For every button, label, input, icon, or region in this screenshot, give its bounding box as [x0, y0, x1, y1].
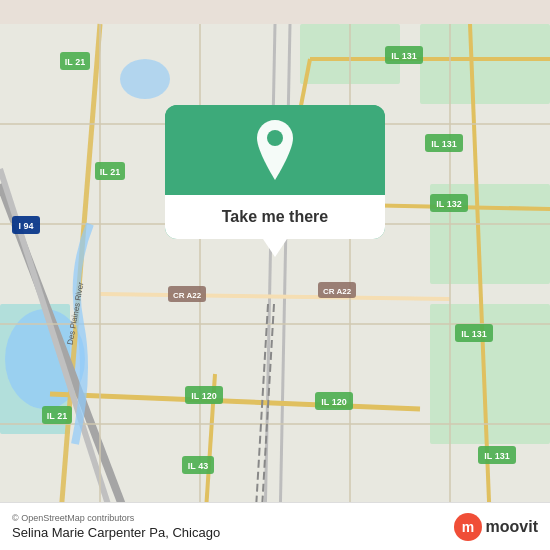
popup-icon-area [165, 105, 385, 195]
map-container: IL 21 IL 21 IL 21 IL 131 IL 131 IL 131 I… [0, 0, 550, 550]
moovit-brand-text: moovit [486, 518, 538, 536]
svg-text:IL 43: IL 43 [188, 461, 208, 471]
svg-text:IL 21: IL 21 [47, 411, 67, 421]
svg-text:IL 131: IL 131 [484, 451, 509, 461]
osm-attribution: © OpenStreetMap contributors [12, 513, 220, 523]
moovit-logo[interactable]: m moovit [454, 513, 538, 541]
svg-text:IL 120: IL 120 [191, 391, 216, 401]
svg-text:IL 131: IL 131 [391, 51, 416, 61]
svg-rect-2 [420, 24, 550, 104]
svg-text:IL 132: IL 132 [436, 199, 461, 209]
bottom-bar: © OpenStreetMap contributors Selina Mari… [0, 502, 550, 550]
svg-text:IL 131: IL 131 [461, 329, 486, 339]
take-me-there-button[interactable]: Take me there [165, 195, 385, 239]
moovit-icon: m [454, 513, 482, 541]
popup-button-label: Take me there [222, 208, 328, 226]
svg-point-60 [267, 130, 283, 146]
svg-text:CR A22: CR A22 [323, 287, 352, 296]
svg-text:IL 131: IL 131 [431, 139, 456, 149]
svg-text:IL 21: IL 21 [100, 167, 120, 177]
map-background: IL 21 IL 21 IL 21 IL 131 IL 131 IL 131 I… [0, 0, 550, 550]
map-pin-icon [251, 120, 299, 180]
svg-text:I 94: I 94 [18, 221, 33, 231]
svg-text:m: m [461, 519, 473, 535]
location-label: Selina Marie Carpenter Pa, Chicago [12, 525, 220, 540]
map-popup: Take me there [165, 105, 385, 239]
popup-tail [263, 239, 287, 257]
svg-text:CR A22: CR A22 [173, 291, 202, 300]
svg-text:IL 120: IL 120 [321, 397, 346, 407]
svg-text:IL 21: IL 21 [65, 57, 85, 67]
svg-point-8 [120, 59, 170, 99]
bottom-left: © OpenStreetMap contributors Selina Mari… [12, 513, 220, 540]
